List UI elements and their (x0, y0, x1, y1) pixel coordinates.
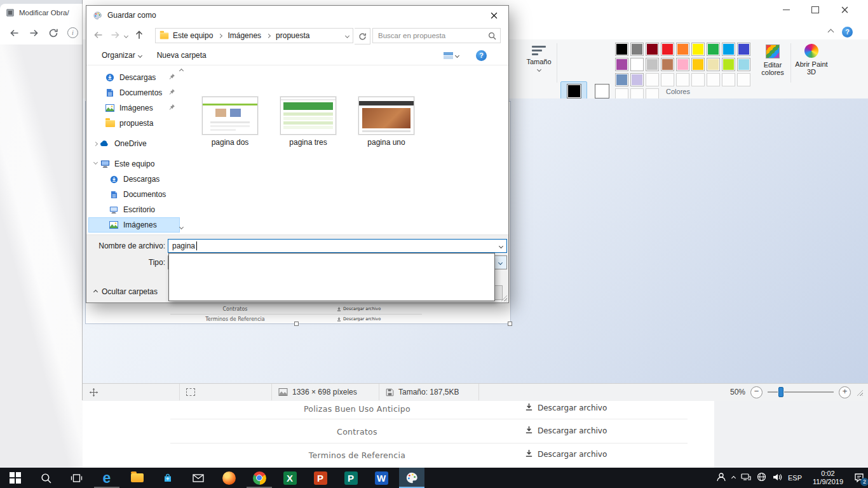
filename-dropdown-icon[interactable] (499, 243, 503, 248)
volume-icon[interactable] (772, 473, 782, 484)
palette-empty-slot[interactable] (737, 73, 750, 86)
dialog-close-button[interactable] (480, 6, 508, 25)
palette-color[interactable] (630, 73, 644, 86)
zoom-out-button[interactable] (750, 386, 763, 398)
network-icon[interactable] (741, 473, 751, 483)
sidebar-scrollbar[interactable] (178, 65, 186, 235)
browser-tab[interactable]: Modificar Obra/ (0, 4, 90, 21)
back-icon[interactable] (93, 30, 104, 42)
breadcrumb-item[interactable]: propuesta (276, 31, 309, 40)
palette-color[interactable] (615, 58, 628, 71)
palette-color[interactable] (661, 58, 674, 71)
taskbar-firefox[interactable] (216, 468, 241, 488)
address-bar[interactable]: Este equipo Imágenes propuesta (155, 28, 353, 43)
paint-help-icon[interactable]: ? (842, 27, 853, 37)
window-resize-grip[interactable] (856, 389, 863, 396)
filetype-dropdown-panel[interactable] (168, 253, 495, 301)
palette-color[interactable] (691, 43, 705, 56)
taskbar-mail[interactable] (186, 468, 211, 488)
edit-colors-button[interactable]: Editar colores (757, 42, 788, 76)
palette-color[interactable] (676, 58, 689, 71)
help-icon[interactable]: ? (476, 50, 487, 61)
taskbar-edge[interactable]: e (94, 468, 119, 488)
palette-color[interactable] (615, 43, 628, 56)
zoom-in-button[interactable] (839, 386, 851, 398)
palette-empty-slot[interactable] (646, 73, 659, 86)
taskbar-word[interactable]: W (369, 468, 394, 488)
task-view-button[interactable] (64, 468, 89, 488)
show-hidden-icons[interactable] (731, 475, 736, 480)
minimize-button[interactable] (771, 0, 801, 19)
palette-color[interactable] (676, 43, 689, 56)
taskbar-chrome[interactable] (247, 468, 272, 488)
collapse-icon[interactable] (93, 160, 98, 165)
taskbar-store[interactable] (155, 468, 180, 488)
scroll-down-icon[interactable] (179, 225, 184, 229)
view-mode-button[interactable] (444, 52, 459, 59)
refresh-button[interactable] (355, 28, 370, 44)
browser-forward-icon[interactable] (29, 28, 39, 38)
palette-empty-slot[interactable] (707, 73, 720, 86)
sidebar-item-descargas[interactable]: Descargas (89, 71, 179, 85)
palette-empty-slot[interactable] (676, 73, 689, 86)
palette-color[interactable] (722, 58, 735, 71)
file-item[interactable]: pagina uno (351, 97, 422, 147)
sidebar-item-este-equipo[interactable]: Este equipo (89, 157, 179, 171)
file-item[interactable]: pagina tres (273, 97, 344, 147)
sidebar-item-onedrive[interactable]: OneDrive (89, 137, 179, 151)
language-indicator[interactable]: ESP (788, 474, 802, 482)
globe-icon[interactable] (757, 472, 766, 484)
download-link[interactable]: Descargar archivo (525, 426, 607, 436)
breadcrumb-item[interactable]: Imágenes (227, 31, 261, 40)
taskbar-search-button[interactable] (33, 468, 58, 488)
address-dropdown-icon[interactable] (345, 33, 349, 37)
up-icon[interactable] (134, 30, 144, 42)
browser-reload-icon[interactable] (48, 28, 58, 38)
taskbar-publisher[interactable]: P (338, 468, 363, 488)
palette-color[interactable] (661, 43, 674, 56)
palette-color[interactable] (737, 58, 750, 71)
sidebar-item-documentos-pc[interactable]: Documentos (89, 187, 179, 201)
page-info-icon[interactable]: i (67, 27, 78, 38)
palette-empty-slot[interactable] (722, 73, 735, 86)
palette-color[interactable] (691, 58, 705, 71)
organize-button[interactable]: Organizar (102, 51, 142, 60)
palette-color[interactable] (646, 58, 659, 71)
sidebar-item-documentos[interactable]: Documentos (89, 86, 179, 100)
palette-color[interactable] (646, 43, 659, 56)
history-dropdown-icon[interactable] (124, 33, 128, 37)
open-paint3d-button[interactable]: Abrir Paint 3D (793, 42, 830, 76)
browser-back-icon[interactable] (9, 28, 20, 38)
notification-center-button[interactable]: 2 (854, 473, 865, 484)
canvas-resize-handle[interactable] (508, 322, 512, 326)
people-icon[interactable] (716, 472, 726, 484)
file-item[interactable]: pagina dos (194, 97, 266, 147)
palette-empty-slot[interactable] (691, 73, 705, 86)
palette-color[interactable] (630, 58, 644, 71)
expand-icon[interactable] (93, 141, 98, 146)
search-box[interactable] (372, 28, 501, 43)
palette-color[interactable] (707, 43, 720, 56)
sidebar-item-escritorio[interactable]: Escritorio (89, 203, 179, 217)
taskbar-excel[interactable]: X (277, 468, 302, 488)
palette-color[interactable] (722, 43, 735, 56)
size-button[interactable]: Tamaño (524, 42, 554, 71)
forward-icon[interactable] (110, 30, 121, 42)
clock[interactable]: 0:02 11/9/2019 (808, 470, 848, 486)
sidebar-item-propuesta[interactable]: propuesta (89, 116, 179, 130)
close-button[interactable] (830, 0, 859, 19)
sidebar-item-imagenes[interactable]: Imágenes (89, 101, 179, 115)
download-link[interactable]: Descargar archivo (525, 449, 607, 459)
palette-empty-slot[interactable] (661, 73, 674, 86)
taskbar-powerpoint[interactable]: P (308, 468, 333, 488)
palette-color[interactable] (630, 43, 644, 56)
palette-color[interactable] (707, 58, 720, 71)
scroll-up-icon[interactable] (179, 69, 184, 73)
zoom-slider[interactable] (768, 386, 834, 398)
breadcrumb-item[interactable]: Este equipo (173, 31, 213, 40)
palette-color[interactable] (615, 73, 628, 86)
zoom-slider-thumb[interactable] (778, 387, 783, 397)
start-button[interactable] (3, 468, 28, 488)
download-link[interactable]: Descargar archivo (525, 403, 607, 413)
search-input[interactable] (377, 31, 488, 40)
